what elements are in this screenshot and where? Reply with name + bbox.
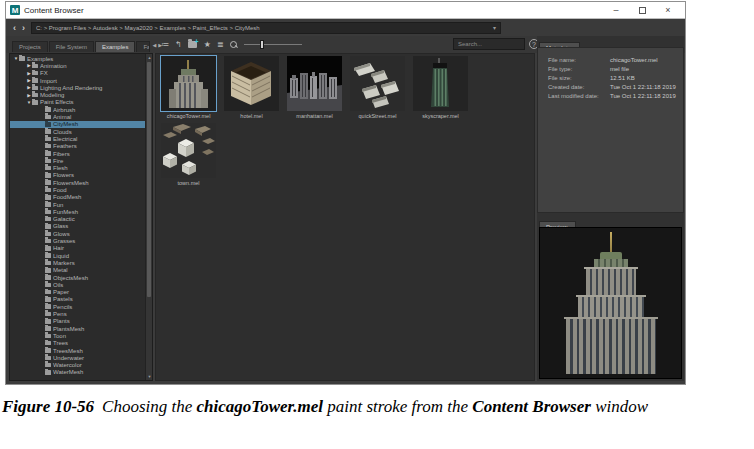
sidebar-item-toon[interactable]: Toon <box>10 332 145 339</box>
breadcrumb-field[interactable]: C: > Program Files > Autodesk > Maya2020… <box>31 22 501 34</box>
breadcrumb-bar: ‹ › C: > Program Files > Autodesk > Maya… <box>6 19 685 36</box>
metadata-row: File name:chicagoTower.mel <box>548 56 683 65</box>
back-button[interactable]: ‹ <box>10 21 19 35</box>
sidebar-item-watermesh[interactable]: WaterMesh <box>10 369 145 376</box>
sidebar-item-animation[interactable]: ▶Animation <box>10 62 145 69</box>
folder-icon <box>45 115 51 120</box>
sidebar-item-airbrush[interactable]: Airbrush <box>10 106 145 113</box>
scrollbar-thumb[interactable] <box>147 62 151 297</box>
figure-caption: Figure 10-56Choosing the chicagoTower.me… <box>2 396 747 417</box>
maximize-button[interactable] <box>629 3 655 18</box>
sidebar-item-animal[interactable]: Animal <box>10 113 145 120</box>
metadata-row: File type:mel file <box>548 65 683 74</box>
sidebar-item-galactic[interactable]: Galactic <box>10 216 145 223</box>
sidebar-item-flowersmesh[interactable]: FlowersMesh <box>10 179 145 186</box>
search-input[interactable] <box>453 38 525 50</box>
sidebar-item-fun[interactable]: Fun <box>10 201 145 208</box>
thumbnail-skyscraper[interactable]: skyscraper.mel <box>410 55 472 122</box>
metadata-row: File size:12.51 KB <box>548 74 683 83</box>
minimize-button[interactable]: – <box>603 3 629 18</box>
sidebar-item-plantsmesh[interactable]: PlantsMesh <box>10 325 145 332</box>
sidebar-item-metal[interactable]: Metal <box>10 267 145 274</box>
thumbnail-manhattan[interactable]: manhattan.mel <box>284 55 346 122</box>
sidebar-item-import[interactable]: ▶Import <box>10 77 145 84</box>
tab-file-system[interactable]: File System <box>49 41 94 52</box>
sidebar-item-feathers[interactable]: Feathers <box>10 143 145 150</box>
folder-icon <box>45 334 51 339</box>
sidebar-item-funmesh[interactable]: FunMesh <box>10 208 145 215</box>
folder-icon <box>45 341 51 346</box>
sidebar-item-flesh[interactable]: Flesh <box>10 164 145 171</box>
thumbnail-image-skyscraper[interactable] <box>412 55 469 112</box>
sidebar-item-pastels[interactable]: Pastels <box>10 296 145 303</box>
sidebar-item-watercolor[interactable]: Watercolor <box>10 361 145 368</box>
tree-scrollbar[interactable]: ▲ ▼ <box>145 54 152 380</box>
favorites-icon[interactable]: ★ <box>204 36 211 53</box>
sidebar-item-fire[interactable]: Fire <box>10 157 145 164</box>
tab-fav[interactable]: Fav <box>136 41 150 52</box>
tab-projects[interactable]: Projects <box>12 41 48 52</box>
metadata-panel: Metadata File name:chicagoTower.melFile … <box>537 36 684 381</box>
thumbnail-chicagotower[interactable]: chicagoTower.mel <box>158 55 220 122</box>
close-button[interactable]: × <box>655 3 681 18</box>
list-view-icon[interactable]: ≔ <box>161 36 169 53</box>
folder-icon <box>45 217 51 222</box>
sidebar-item-paint-effects[interactable]: ▼Paint Effects <box>10 99 145 106</box>
sidebar-item-flowers[interactable]: Flowers <box>10 172 145 179</box>
sidebar-item-grasses[interactable]: Grasses <box>10 237 145 244</box>
sidebar-item-hair[interactable]: Hair <box>10 245 145 252</box>
forward-button[interactable]: › <box>19 21 28 35</box>
thumbnail-size-slider[interactable] <box>244 36 302 53</box>
sidebar-item-lighting-and-rendering[interactable]: ▶Lighting And Rendering <box>10 84 145 91</box>
thumbnail-image-manhattan[interactable] <box>286 55 343 112</box>
sidebar-item-oils[interactable]: Oils <box>10 281 145 288</box>
sidebar-item-fibers[interactable]: Fibers <box>10 150 145 157</box>
parent-folder-icon[interactable]: ↰ <box>175 36 182 53</box>
sidebar-item-modeling[interactable]: ▶Modeling <box>10 91 145 98</box>
sidebar-item-clouds[interactable]: Clouds <box>10 128 145 135</box>
sidebar-item-markers[interactable]: Markers <box>10 259 145 266</box>
scroll-up-icon[interactable]: ▲ <box>146 54 153 61</box>
sidebar-item-objectsmesh[interactable]: ObjectsMesh <box>10 274 145 281</box>
sidebar-item-food[interactable]: Food <box>10 186 145 193</box>
thumbnail-image-town[interactable] <box>160 122 217 179</box>
new-folder-icon[interactable]: + <box>188 41 197 48</box>
thumbnail-hotel[interactable]: hotel.mel <box>221 55 283 122</box>
thumbnail-image-quickstreet[interactable] <box>349 55 406 112</box>
sidebar-item-trees[interactable]: Trees <box>10 340 145 347</box>
sidebar-item-underwater[interactable]: Underwater <box>10 354 145 361</box>
sidebar-item-pens[interactable]: Pens <box>10 310 145 317</box>
zoom-icon[interactable] <box>230 41 238 49</box>
tab-examples[interactable]: Examples <box>95 41 135 52</box>
sidebar-item-paper[interactable]: Paper <box>10 289 145 296</box>
thumbnail-quickstreet[interactable]: quickStreet.mel <box>347 55 409 122</box>
folder-label: Galactic <box>53 216 75 222</box>
folder-icon <box>45 166 51 171</box>
sidebar-item-examples[interactable]: ▼Examples <box>10 55 145 62</box>
sidebar-item-pencils[interactable]: Pencils <box>10 303 145 310</box>
sidebar-item-fx[interactable]: ▶FX <box>10 70 145 77</box>
details-view-icon[interactable]: ≣ <box>217 36 224 53</box>
thumbnail-image-hotel[interactable] <box>223 55 280 112</box>
sidebar-item-foodmesh[interactable]: FoodMesh <box>10 194 145 201</box>
slider-track <box>244 44 302 45</box>
sidebar-item-electrical[interactable]: Electrical <box>10 135 145 142</box>
thumbnail-town[interactable]: town.mel <box>158 122 220 189</box>
slider-handle[interactable] <box>260 40 264 49</box>
thumbnail-label: town.mel <box>177 180 199 186</box>
folder-tree: ▼Examples▶Animation▶FX▶Import▶Lighting A… <box>10 55 145 376</box>
scroll-down-icon[interactable]: ▼ <box>146 373 153 380</box>
sidebar-item-glass[interactable]: Glass <box>10 223 145 230</box>
folder-icon <box>45 348 51 353</box>
breadcrumb-path: C: > Program Files > Autodesk > Maya2020… <box>36 23 493 33</box>
thumbnail-image-chicagotower[interactable] <box>160 55 217 112</box>
sidebar-item-glows[interactable]: Glows <box>10 230 145 237</box>
sidebar-item-liquid[interactable]: Liquid <box>10 252 145 259</box>
folder-label: FX <box>40 70 48 76</box>
sidebar-item-citymesh[interactable]: CityMesh <box>10 121 145 128</box>
breadcrumb-dropdown-icon[interactable]: ▾ <box>493 23 496 33</box>
folder-icon <box>45 122 51 127</box>
sidebar-item-treesmesh[interactable]: TreesMesh <box>10 347 145 354</box>
folder-label: Underwater <box>53 355 84 361</box>
sidebar-item-plants[interactable]: Plants <box>10 318 145 325</box>
